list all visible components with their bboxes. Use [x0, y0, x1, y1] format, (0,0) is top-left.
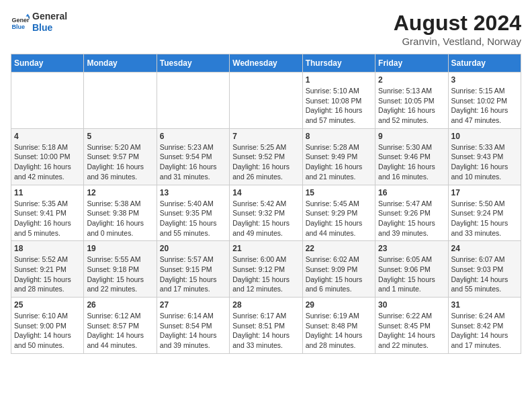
cell-line: Sunset: 9:35 PM: [160, 209, 212, 217]
calendar-cell: [84, 73, 157, 129]
cell-line: Daylight: 16 hours and 36 minutes.: [87, 163, 144, 181]
day-number: 21: [232, 244, 299, 253]
cell-line: Daylight: 15 hours and 17 minutes.: [160, 275, 217, 293]
cell-line: Sunset: 9:18 PM: [87, 265, 139, 273]
calendar-cell: 6Sunrise: 5:23 AMSunset: 9:54 PMDaylight…: [157, 128, 229, 185]
day-number: 5: [87, 132, 153, 141]
day-number: 22: [306, 244, 372, 253]
cell-content: Sunrise: 6:00 AMSunset: 9:12 PMDaylight:…: [232, 255, 299, 294]
cell-line: Sunrise: 6:12 AM: [87, 312, 140, 320]
cell-line: Sunset: 8:48 PM: [306, 322, 358, 330]
cell-line: Daylight: 14 hours and 44 minutes.: [87, 331, 144, 349]
day-number: 28: [232, 300, 299, 310]
col-tuesday: Tuesday: [157, 54, 229, 73]
day-number: 6: [160, 132, 226, 141]
day-number: 24: [451, 244, 518, 253]
cell-line: Sunrise: 5:52 AM: [14, 255, 68, 263]
cell-content: Sunrise: 5:55 AMSunset: 9:18 PMDaylight:…: [87, 255, 153, 294]
calendar-cell: 13Sunrise: 5:40 AMSunset: 9:35 PMDayligh…: [157, 185, 229, 241]
calendar-cell: 9Sunrise: 5:30 AMSunset: 9:46 PMDaylight…: [375, 128, 448, 185]
cell-line: Sunset: 9:54 PM: [160, 152, 212, 161]
calendar-cell: 18Sunrise: 5:52 AMSunset: 9:21 PMDayligh…: [11, 241, 84, 298]
cell-line: Sunset: 9:12 PM: [232, 265, 285, 273]
calendar-body: 1Sunrise: 5:10 AMSunset: 10:08 PMDayligh…: [11, 73, 521, 354]
cell-content: Sunrise: 6:22 AMSunset: 8:45 PMDaylight:…: [378, 311, 445, 351]
calendar-cell: 24Sunrise: 6:07 AMSunset: 9:03 PMDayligh…: [448, 241, 521, 298]
cell-line: Sunrise: 5:40 AM: [160, 199, 214, 208]
cell-line: Daylight: 16 hours and 26 minutes.: [232, 163, 290, 181]
calendar-cell: 28Sunrise: 6:17 AMSunset: 8:51 PMDayligh…: [230, 298, 302, 354]
cell-line: Sunset: 10:05 PM: [378, 97, 434, 105]
calendar-week-1: 1Sunrise: 5:10 AMSunset: 10:08 PMDayligh…: [11, 73, 521, 129]
day-number: 13: [160, 188, 226, 197]
day-number: 7: [232, 132, 299, 141]
logo: General Blue General Blue: [11, 11, 67, 34]
cell-line: Daylight: 15 hours and 55 minutes.: [160, 219, 217, 237]
calendar-table: Sunday Monday Tuesday Wednesday Thursday…: [11, 54, 521, 354]
cell-line: Daylight: 16 hours and 5 minutes.: [14, 219, 71, 237]
cell-line: Daylight: 14 hours and 22 minutes.: [378, 331, 435, 349]
cell-line: Sunset: 8:51 PM: [232, 322, 285, 330]
cell-line: Sunset: 9:46 PM: [378, 152, 431, 161]
cell-line: Daylight: 15 hours and 28 minutes.: [14, 275, 71, 293]
title-block: August 2024 Granvin, Vestland, Norway: [394, 11, 521, 47]
cell-content: Sunrise: 6:02 AMSunset: 9:09 PMDaylight:…: [306, 255, 372, 294]
calendar-cell: 11Sunrise: 5:35 AMSunset: 9:41 PMDayligh…: [11, 185, 84, 241]
cell-content: Sunrise: 6:14 AMSunset: 8:54 PMDaylight:…: [160, 311, 226, 351]
col-monday: Monday: [84, 54, 157, 73]
cell-line: Daylight: 15 hours and 6 minutes.: [306, 275, 363, 293]
day-number: 1: [306, 75, 372, 85]
cell-content: Sunrise: 6:17 AMSunset: 8:51 PMDaylight:…: [232, 311, 299, 351]
calendar-cell: 30Sunrise: 6:22 AMSunset: 8:45 PMDayligh…: [375, 298, 448, 354]
cell-line: Sunrise: 5:20 AM: [87, 143, 140, 151]
day-number: 30: [378, 300, 445, 310]
cell-line: Daylight: 16 hours and 52 minutes.: [378, 106, 435, 124]
day-number: 9: [378, 132, 445, 141]
day-number: 4: [14, 132, 81, 141]
cell-content: Sunrise: 5:28 AMSunset: 9:49 PMDaylight:…: [306, 142, 372, 182]
day-number: 10: [451, 132, 518, 141]
cell-line: Sunrise: 5:38 AM: [87, 199, 140, 208]
svg-text:Blue: Blue: [11, 24, 25, 30]
cell-line: Sunrise: 5:47 AM: [378, 199, 432, 208]
cell-line: Sunrise: 5:28 AM: [306, 143, 359, 151]
calendar-header: Sunday Monday Tuesday Wednesday Thursday…: [11, 54, 521, 73]
cell-content: Sunrise: 6:05 AMSunset: 9:06 PMDaylight:…: [378, 255, 445, 294]
calendar-cell: [11, 73, 84, 129]
cell-line: Sunset: 10:00 PM: [14, 152, 70, 161]
cell-content: Sunrise: 5:15 AMSunset: 10:02 PMDaylight…: [451, 86, 518, 126]
calendar-cell: 26Sunrise: 6:12 AMSunset: 8:57 PMDayligh…: [84, 298, 157, 354]
calendar-cell: 19Sunrise: 5:55 AMSunset: 9:18 PMDayligh…: [84, 241, 157, 298]
cell-line: Sunset: 8:45 PM: [378, 322, 431, 330]
cell-line: Daylight: 15 hours and 49 minutes.: [232, 219, 290, 237]
cell-line: Daylight: 16 hours and 57 minutes.: [306, 106, 363, 124]
calendar-cell: 2Sunrise: 5:13 AMSunset: 10:05 PMDayligh…: [375, 73, 448, 129]
cell-line: Sunrise: 5:30 AM: [378, 143, 432, 151]
cell-line: Sunset: 9:38 PM: [87, 209, 139, 217]
calendar-week-2: 4Sunrise: 5:18 AMSunset: 10:00 PMDayligh…: [11, 128, 521, 185]
day-number: 19: [87, 244, 153, 253]
cell-content: Sunrise: 5:13 AMSunset: 10:05 PMDaylight…: [378, 86, 445, 126]
cell-line: Daylight: 15 hours and 44 minutes.: [306, 219, 363, 237]
calendar-cell: 29Sunrise: 6:19 AMSunset: 8:48 PMDayligh…: [302, 298, 375, 354]
cell-line: Sunrise: 5:42 AM: [232, 199, 286, 208]
cell-line: Daylight: 14 hours and 55 minutes.: [451, 275, 508, 293]
cell-line: Sunset: 9:24 PM: [451, 209, 504, 217]
cell-content: Sunrise: 5:25 AMSunset: 9:52 PMDaylight:…: [232, 142, 299, 182]
cell-line: Daylight: 15 hours and 39 minutes.: [378, 219, 435, 237]
calendar-cell: 8Sunrise: 5:28 AMSunset: 9:49 PMDaylight…: [302, 128, 375, 185]
cell-line: Sunset: 9:32 PM: [232, 209, 285, 217]
calendar-cell: 21Sunrise: 6:00 AMSunset: 9:12 PMDayligh…: [230, 241, 302, 298]
cell-content: Sunrise: 5:57 AMSunset: 9:15 PMDaylight:…: [160, 255, 226, 294]
cell-line: Daylight: 14 hours and 50 minutes.: [14, 331, 71, 349]
cell-line: Sunset: 10:08 PM: [306, 97, 361, 105]
cell-line: Sunset: 8:54 PM: [160, 322, 212, 330]
cell-line: Sunrise: 5:25 AM: [232, 143, 286, 151]
cell-line: Daylight: 15 hours and 1 minute.: [378, 275, 435, 293]
calendar-week-3: 11Sunrise: 5:35 AMSunset: 9:41 PMDayligh…: [11, 185, 521, 241]
calendar-cell: 12Sunrise: 5:38 AMSunset: 9:38 PMDayligh…: [84, 185, 157, 241]
cell-line: Daylight: 14 hours and 28 minutes.: [306, 331, 363, 349]
cell-line: Sunrise: 5:35 AM: [14, 199, 68, 208]
day-number: 3: [451, 75, 518, 85]
cell-line: Sunset: 8:42 PM: [451, 322, 504, 330]
